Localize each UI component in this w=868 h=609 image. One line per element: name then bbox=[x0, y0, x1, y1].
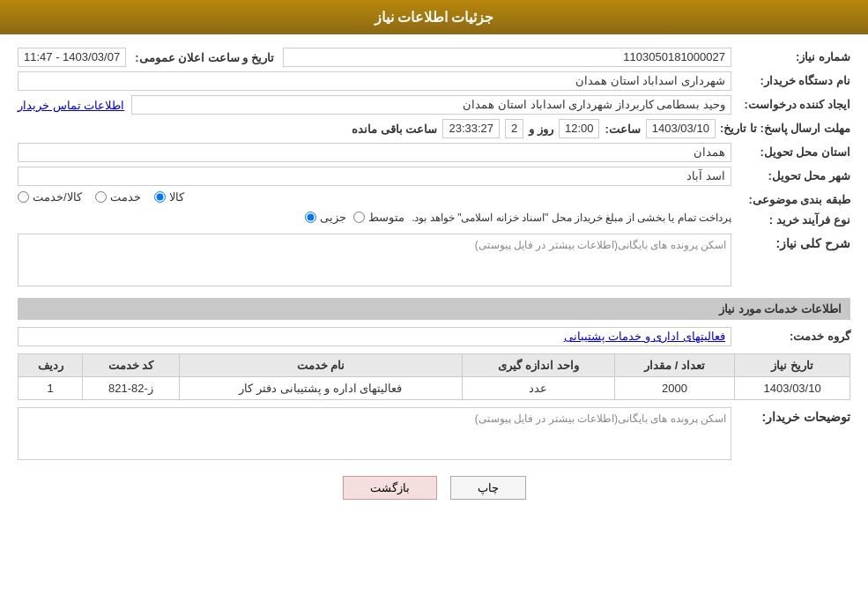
radio-jozii-label: جزیی bbox=[320, 211, 346, 224]
description-label: شرح کلی نیاز: bbox=[736, 234, 850, 250]
radio-jozii[interactable]: جزیی bbox=[305, 211, 346, 224]
radio-kala[interactable]: کالا bbox=[154, 190, 184, 204]
radio-motavaset-input[interactable] bbox=[353, 212, 365, 223]
creator-value: وحید بسطامی کاربرداز شهرداری اسداباد است… bbox=[131, 95, 731, 115]
row-city: شهر محل تحویل: اسد آباد bbox=[18, 167, 850, 186]
city-label: شهر محل تحویل: bbox=[736, 167, 850, 182]
deadline-remaining-label: ساعت باقی مانده bbox=[352, 123, 437, 136]
cell-name: فعالیتهای اداره و پشتیبانی دفتر کار bbox=[179, 377, 463, 400]
creator-link[interactable]: اطلاعات تماس خریدار bbox=[18, 99, 124, 112]
deadline-day-label: روز و bbox=[529, 123, 553, 136]
services-table-head: تاریخ نیاز تعداد / مقدار واحد اندازه گیر… bbox=[19, 354, 850, 377]
buyer-org-label: نام دستگاه خریدار: bbox=[736, 71, 850, 87]
buyer-org-value: شهرداری اسداباد استان همدان bbox=[18, 71, 731, 91]
back-button[interactable]: بازگشت bbox=[343, 476, 437, 500]
radio-motavaset-label: متوسط bbox=[368, 211, 404, 224]
cell-row: 1 bbox=[19, 377, 83, 400]
col-name: نام خدمت bbox=[179, 354, 463, 377]
main-content: شماره نیاز: 1103050181000027 تاریخ و ساع… bbox=[0, 34, 868, 526]
row-buyer-org: نام دستگاه خریدار: شهرداری اسداباد استان… bbox=[18, 71, 850, 91]
description-textarea[interactable]: <span data-bind="fields.description_valu… bbox=[18, 234, 731, 286]
cell-quantity: 2000 bbox=[614, 377, 735, 400]
purchase-type-row: پرداخت تمام یا بخشی از مبلغ خریداز محل "… bbox=[18, 211, 731, 224]
radio-khedmat-label: خدمت bbox=[110, 190, 141, 204]
creator-label: ایجاد کننده درخواست: bbox=[736, 95, 850, 111]
services-section-title: اطلاعات خدمات مورد نیاز bbox=[719, 302, 842, 316]
row-creator: ایجاد کننده درخواست: وحید بسطامی کاربردا… bbox=[18, 95, 850, 115]
deadline-day: 2 bbox=[505, 119, 523, 138]
col-quantity: تعداد / مقدار bbox=[614, 354, 735, 377]
table-row: 1403/03/10 2000 عدد فعالیتهای اداره و پش… bbox=[19, 377, 850, 400]
services-table: تاریخ نیاز تعداد / مقدار واحد اندازه گیر… bbox=[18, 353, 850, 400]
cell-code: ز-82-821 bbox=[83, 377, 179, 400]
cell-unit: عدد bbox=[463, 377, 614, 400]
button-row: چاپ بازگشت bbox=[18, 476, 850, 500]
col-code: کد خدمت bbox=[83, 354, 179, 377]
row-category: طبقه بندی موضوعی: کالا/خدمت خدمت کالا bbox=[18, 190, 850, 206]
service-group-label: گروه خدمت: bbox=[736, 327, 850, 343]
radio-kala-khedmat-label: کالا/خدمت bbox=[33, 190, 82, 204]
province-value: همدان bbox=[18, 143, 731, 162]
announcement-label: تاریخ و ساعت اعلان عمومی: bbox=[135, 51, 274, 64]
need-number-value: 1103050181000027 bbox=[283, 48, 731, 67]
radio-khedmat[interactable]: خدمت bbox=[95, 190, 141, 204]
radio-motavaset[interactable]: متوسط bbox=[353, 211, 404, 224]
row-purchase-type: نوع فرآیند خرید : پرداخت تمام یا بخشی از… bbox=[18, 211, 850, 227]
purchase-type-label: نوع فرآیند خرید : bbox=[736, 211, 850, 227]
col-date: تاریخ نیاز bbox=[735, 354, 850, 377]
radio-khedmat-input[interactable] bbox=[95, 191, 107, 203]
radio-kala-label: کالا bbox=[169, 190, 184, 204]
deadline-time: 12:00 bbox=[559, 119, 600, 138]
purchase-desc: پرداخت تمام یا بخشی از مبلغ خریداز محل "… bbox=[412, 212, 731, 224]
city-value: اسد آباد bbox=[18, 167, 731, 186]
category-label: طبقه بندی موضوعی: bbox=[736, 190, 850, 206]
col-row: ردیف bbox=[19, 354, 83, 377]
radio-kala-khedmat[interactable]: کالا/خدمت bbox=[18, 190, 82, 204]
page-wrapper: جزئیات اطلاعات نیاز شماره نیاز: 11030501… bbox=[0, 0, 868, 609]
radio-jozii-input[interactable] bbox=[305, 212, 316, 223]
deadline-time-label: ساعت: bbox=[605, 123, 640, 136]
category-radio-group: کالا/خدمت خدمت کالا bbox=[18, 190, 731, 204]
row-deadline: مهلت ارسال پاسخ: تا تاریخ: 1403/03/10 سا… bbox=[18, 119, 850, 138]
services-section-header: اطلاعات خدمات مورد نیاز bbox=[18, 298, 850, 320]
page-title: جزئیات اطلاعات نیاز bbox=[375, 10, 494, 25]
need-number-label: شماره نیاز: bbox=[736, 48, 850, 63]
row-buyer-notes: توضیحات خریدار: bbox=[18, 407, 850, 463]
announcement-value: 1403/03/07 - 11:47 bbox=[18, 48, 126, 67]
row-need-number: شماره نیاز: 1103050181000027 تاریخ و ساع… bbox=[18, 48, 850, 67]
row-description: شرح کلی نیاز: <span data-bind="fields.de… bbox=[18, 234, 850, 289]
province-label: استان محل تحویل: bbox=[736, 143, 850, 159]
cell-date: 1403/03/10 bbox=[735, 377, 850, 400]
col-unit: واحد اندازه گیری bbox=[463, 354, 614, 377]
deadline-date: 1403/03/10 bbox=[646, 119, 716, 138]
buyer-notes-label: توضیحات خریدار: bbox=[736, 407, 850, 424]
service-group-value[interactable]: فعالیتهای اداری و خدمات پشتیبانی bbox=[18, 327, 731, 346]
buyer-notes-textarea[interactable] bbox=[18, 407, 731, 460]
print-button[interactable]: چاپ bbox=[450, 476, 526, 500]
services-table-header-row: تاریخ نیاز تعداد / مقدار واحد اندازه گیر… bbox=[19, 354, 850, 377]
row-service-group: گروه خدمت: فعالیتهای اداری و خدمات پشتیب… bbox=[18, 327, 850, 346]
services-table-body: 1403/03/10 2000 عدد فعالیتهای اداره و پش… bbox=[19, 377, 850, 400]
deadline-label: مهلت ارسال پاسخ: تا تاریخ: bbox=[720, 119, 850, 135]
radio-kala-input[interactable] bbox=[154, 191, 166, 203]
radio-kala-khedmat-input[interactable] bbox=[18, 191, 29, 203]
row-province: استان محل تحویل: همدان bbox=[18, 143, 850, 162]
deadline-remaining: 23:33:27 bbox=[442, 119, 500, 138]
page-header: جزئیات اطلاعات نیاز bbox=[0, 0, 868, 34]
